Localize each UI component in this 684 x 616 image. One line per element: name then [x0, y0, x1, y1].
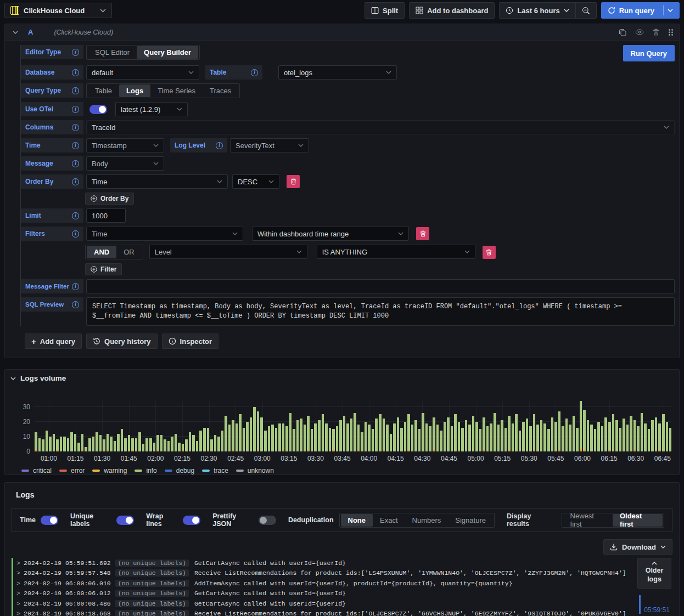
limit-input[interactable]: 1000 [86, 208, 126, 223]
drag-handle-icon[interactable] [668, 29, 674, 36]
log-row[interactable]: >2024-02-19 05:59:57.548(no unique label… [12, 568, 636, 579]
legend-item-critical[interactable]: critical [21, 467, 52, 474]
order-by-field-select[interactable]: Time [86, 174, 228, 189]
info-icon[interactable] [72, 230, 79, 238]
log-row[interactable]: >2024-02-19 06:00:06.010(no unique label… [12, 578, 636, 589]
option-newest-first[interactable]: Newest first [563, 514, 613, 527]
remove-filter-button[interactable] [416, 227, 429, 240]
query-history-button[interactable]: Query history [86, 334, 158, 349]
trash-icon [420, 230, 426, 237]
log-row[interactable]: >2024-02-19 06:00:08.486(no unique label… [12, 598, 636, 609]
log-row[interactable]: >2024-02-19 05:59:51.692(no unique label… [12, 558, 636, 568]
time-range-picker[interactable]: Last 6 hours [500, 3, 575, 18]
info-icon[interactable] [72, 160, 79, 167]
x-tick-label: 05:30 [521, 455, 537, 462]
clickhouse-logo-icon [10, 6, 19, 15]
sub-filter-field-select[interactable]: Level [149, 245, 307, 259]
option-numbers[interactable]: Numbers [405, 514, 448, 527]
remove-query-trash-icon[interactable] [653, 29, 659, 36]
bar [651, 420, 654, 451]
inspector-button[interactable]: Inspector [162, 334, 219, 349]
log-row[interactable]: >2024-02-19 06:00:18.663(no unique label… [12, 609, 636, 616]
chevron-down-icon [668, 9, 673, 12]
option-none[interactable]: None [341, 514, 373, 527]
query-row-header[interactable]: A (ClickHouse Cloud) [5, 24, 679, 41]
time-switch[interactable] [41, 516, 58, 525]
bar [529, 426, 532, 451]
add-query-button[interactable]: + Add query [25, 334, 82, 349]
use-otel-toggle[interactable] [89, 105, 107, 114]
datasource-picker[interactable]: ClickHouse Cloud [4, 3, 112, 18]
prettify-json-switch[interactable] [259, 516, 276, 525]
option-time-series[interactable]: Time Series [150, 84, 203, 97]
option-or[interactable]: OR [116, 246, 142, 258]
info-icon[interactable] [72, 142, 79, 149]
info-icon[interactable] [72, 49, 79, 56]
add-to-dashboard-button[interactable]: Add to dashboard [409, 2, 495, 19]
option-and[interactable]: AND [87, 246, 116, 258]
expand-log-chevron-icon[interactable]: > [16, 580, 24, 587]
run-query-button[interactable]: Run query [601, 2, 680, 19]
log-row[interactable]: >2024-02-19 06:00:06.012(no unique label… [12, 589, 636, 599]
info-icon[interactable] [216, 142, 223, 149]
legend-item-debug[interactable]: debug [165, 467, 194, 474]
message-filter-input[interactable] [86, 279, 675, 293]
info-icon[interactable] [72, 106, 79, 113]
option-signature[interactable]: Signature [448, 514, 493, 527]
unique-labels-switch[interactable] [116, 516, 134, 525]
info-icon[interactable] [72, 124, 79, 131]
add-order-by-button[interactable]: Order By [85, 193, 134, 205]
info-icon[interactable] [72, 87, 79, 94]
filter-field-select[interactable]: Time [86, 227, 243, 241]
bar [336, 426, 339, 451]
y-tick-label: 30 [23, 403, 30, 411]
download-button[interactable]: Download [603, 539, 672, 555]
info-icon[interactable] [251, 69, 258, 76]
info-icon[interactable] [72, 212, 79, 219]
expand-log-chevron-icon[interactable]: > [16, 569, 24, 577]
legend-item-warning[interactable]: warning [92, 467, 127, 474]
otel-version-select[interactable]: latest (1.2.9) [115, 102, 188, 116]
option-table[interactable]: Table [88, 84, 119, 97]
message-column-select[interactable]: Body [86, 156, 164, 171]
option-oldest-first[interactable]: Oldest first [613, 514, 663, 527]
logs-volume-chart[interactable]: 0102030 [35, 401, 671, 451]
run-query-panel-button[interactable]: Run Query [623, 45, 675, 61]
older-logs-button[interactable]: Older logs [637, 558, 671, 589]
info-icon[interactable] [72, 301, 79, 308]
columns-multiselect[interactable]: TraceId [86, 120, 675, 134]
legend-item-info[interactable]: info [134, 467, 156, 474]
expand-log-chevron-icon[interactable]: > [16, 590, 24, 597]
expand-log-chevron-icon[interactable]: > [16, 600, 24, 607]
option-traces[interactable]: Traces [203, 84, 238, 97]
order-by-direction-select[interactable]: DESC [232, 174, 279, 189]
option-sql-editor[interactable]: SQL Editor [88, 46, 137, 59]
logs-volume-header[interactable]: Logs volume [10, 374, 674, 382]
split-button[interactable]: Split [365, 2, 405, 19]
info-icon[interactable] [72, 178, 79, 185]
info-icon[interactable] [72, 69, 79, 76]
table-select[interactable]: otel_logs [278, 65, 397, 80]
expand-log-chevron-icon[interactable]: > [16, 560, 24, 567]
info-icon[interactable] [72, 283, 79, 290]
hide-query-eye-icon[interactable] [635, 29, 644, 35]
wrap-lines-switch[interactable] [183, 516, 200, 525]
remove-order-by-button[interactable] [287, 175, 300, 188]
database-select[interactable]: default [86, 65, 199, 80]
expand-log-chevron-icon[interactable]: > [16, 610, 24, 616]
log-level-column-select[interactable]: SeverityText [230, 138, 309, 152]
legend-item-error[interactable]: error [59, 467, 85, 474]
legend-item-unknown[interactable]: unknown [236, 467, 274, 474]
zoom-out-time-button[interactable] [576, 3, 596, 18]
legend-item-trace[interactable]: trace [202, 467, 228, 474]
option-logs[interactable]: Logs [119, 84, 150, 97]
option-query-builder[interactable]: Query Builder [137, 46, 198, 59]
duplicate-query-icon[interactable] [619, 29, 626, 36]
log-timestamp: 2024-02-19 06:00:06.010 [24, 580, 111, 587]
sub-filter-operator-select[interactable]: IS ANYTHING [317, 245, 475, 259]
time-column-select[interactable]: Timestamp [86, 138, 164, 152]
filter-operator-select[interactable]: Within dashboard time range [252, 227, 409, 241]
remove-sub-filter-button[interactable] [483, 246, 496, 259]
add-filter-button[interactable]: Filter [85, 263, 122, 275]
option-exact[interactable]: Exact [373, 514, 405, 527]
